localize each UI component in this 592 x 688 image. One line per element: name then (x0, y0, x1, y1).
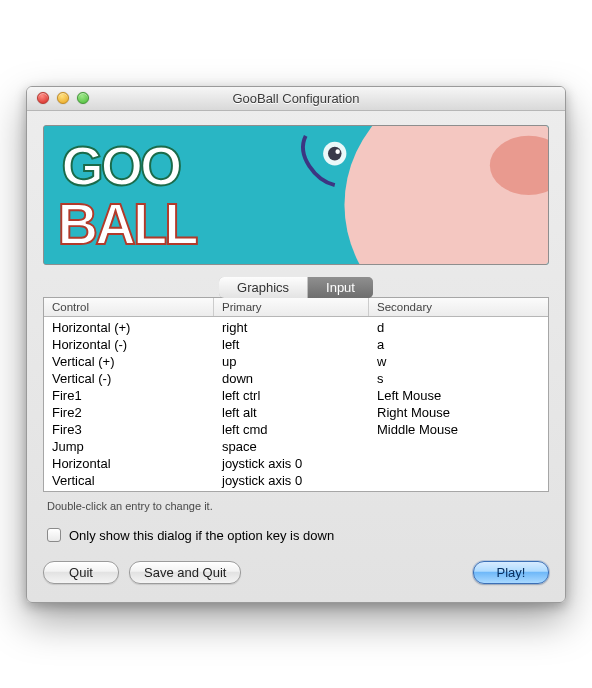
cell-secondary (369, 439, 548, 454)
cell-primary: left alt (214, 405, 369, 420)
tab-input[interactable]: Input (308, 277, 373, 298)
cell-control: Fire1 (44, 388, 214, 403)
th-primary[interactable]: Primary (214, 298, 369, 316)
cell-control: Horizontal (+) (44, 320, 214, 335)
save-and-quit-button[interactable]: Save and Quit (129, 561, 241, 584)
config-window: GooBall Configuration GOO BALL GOO BALL (26, 86, 566, 603)
cell-primary: space (214, 439, 369, 454)
table-row[interactable]: Horizontal (+)rightd (44, 319, 548, 336)
traffic-lights (27, 92, 89, 104)
cell-primary: right (214, 320, 369, 335)
cell-control: Fire2 (44, 405, 214, 420)
cell-secondary: w (369, 354, 548, 369)
table-row[interactable]: Fire1left ctrlLeft Mouse (44, 387, 548, 404)
banner-image: GOO BALL GOO BALL (43, 125, 549, 265)
table-row[interactable]: Vertical (-)downs (44, 370, 548, 387)
play-button[interactable]: Play! (473, 561, 549, 584)
cell-secondary: d (369, 320, 548, 335)
close-icon[interactable] (37, 92, 49, 104)
table-row[interactable]: Fire2left altRight Mouse (44, 404, 548, 421)
input-table: Control Primary Secondary Horizontal (+)… (43, 297, 549, 492)
cell-control: Fire3 (44, 422, 214, 437)
minimize-icon[interactable] (57, 92, 69, 104)
cell-primary: down (214, 371, 369, 386)
window-title: GooBall Configuration (27, 91, 565, 106)
cell-secondary: Middle Mouse (369, 422, 548, 437)
th-secondary[interactable]: Secondary (369, 298, 548, 316)
table-row[interactable]: Jumpspace (44, 438, 548, 455)
table-row[interactable]: Horizontal (-)lefta (44, 336, 548, 353)
cell-control: Horizontal (44, 456, 214, 471)
table-body: Horizontal (+)rightdHorizontal (-)leftaV… (44, 317, 548, 491)
svg-point-5 (335, 149, 339, 154)
table-row[interactable]: Vertical (+)upw (44, 353, 548, 370)
cell-control: Jump (44, 439, 214, 454)
cell-secondary: Left Mouse (369, 388, 548, 403)
cell-control: Vertical (44, 473, 214, 488)
tab-graphics[interactable]: Graphics (219, 277, 308, 298)
table-row[interactable]: Verticaljoystick axis 0 (44, 472, 548, 489)
cell-control: Vertical (-) (44, 371, 214, 386)
content-area: GOO BALL GOO BALL GraphicsInput Control … (27, 111, 565, 602)
cell-primary: joystick axis 0 (214, 473, 369, 488)
table-header: Control Primary Secondary (44, 298, 548, 317)
cell-primary: left ctrl (214, 388, 369, 403)
button-row: Quit Save and Quit Play! (43, 561, 549, 584)
cell-primary: joystick axis 0 (214, 456, 369, 471)
cell-primary: left (214, 337, 369, 352)
checkbox-label: Only show this dialog if the option key … (69, 528, 334, 543)
table-row[interactable]: Horizontaljoystick axis 0 (44, 455, 548, 472)
quit-button[interactable]: Quit (43, 561, 119, 584)
cell-secondary: Right Mouse (369, 405, 548, 420)
cell-secondary (369, 456, 548, 471)
cell-primary: left cmd (214, 422, 369, 437)
checkbox-icon[interactable] (47, 528, 61, 542)
zoom-icon[interactable] (77, 92, 89, 104)
cell-secondary: a (369, 337, 548, 352)
tab-group: GraphicsInput (219, 277, 373, 298)
cell-secondary (369, 473, 548, 488)
svg-text:BALL: BALL (58, 192, 198, 256)
table-row[interactable]: Fire3left cmdMiddle Mouse (44, 421, 548, 438)
cell-control: Vertical (+) (44, 354, 214, 369)
svg-text:GOO: GOO (61, 134, 180, 197)
cell-secondary: s (369, 371, 548, 386)
table-hint: Double-click an entry to change it. (43, 492, 549, 512)
cell-control: Horizontal (-) (44, 337, 214, 352)
svg-point-4 (328, 146, 342, 160)
cell-primary: up (214, 354, 369, 369)
titlebar[interactable]: GooBall Configuration (27, 87, 565, 111)
tab-bar: GraphicsInput (43, 277, 549, 298)
option-key-checkbox-row[interactable]: Only show this dialog if the option key … (47, 528, 545, 543)
th-control[interactable]: Control (44, 298, 214, 316)
